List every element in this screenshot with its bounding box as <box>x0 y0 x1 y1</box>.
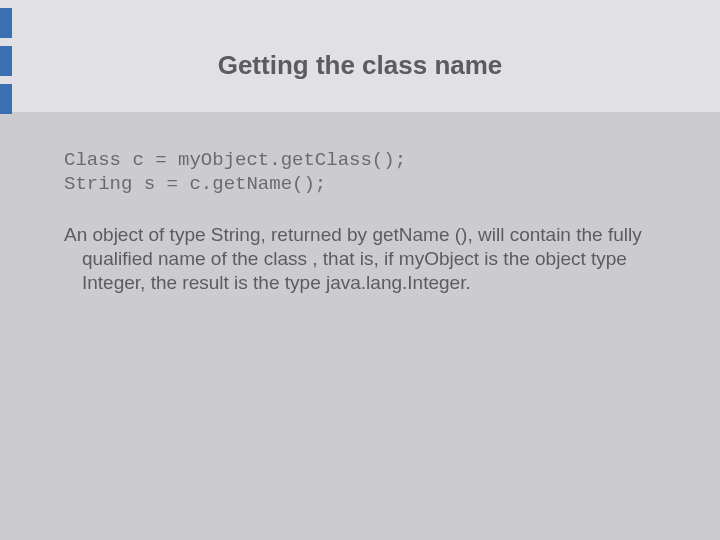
code-line: Class c = myObject.getClass(); <box>64 148 656 172</box>
code-line: String s = c.getName(); <box>64 172 656 196</box>
body-paragraph: An object of type String, returned by ge… <box>64 223 656 296</box>
slide-content: Class c = myObject.getClass(); String s … <box>64 148 656 296</box>
slide-title: Getting the class name <box>0 50 720 81</box>
accent-bar <box>0 8 12 38</box>
accent-bar <box>0 84 12 114</box>
